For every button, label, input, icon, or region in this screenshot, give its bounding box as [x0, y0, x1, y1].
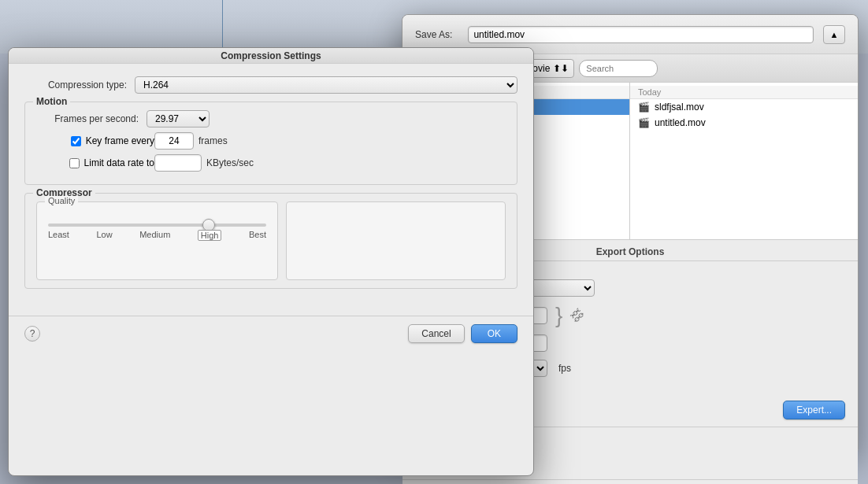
- compression-type-select[interactable]: H.264: [135, 76, 517, 94]
- compression-type-label: Compression type:: [24, 79, 135, 91]
- filename-input[interactable]: [468, 26, 814, 43]
- list-item[interactable]: 🎬 untitled.mov: [630, 115, 858, 131]
- limit-checkbox[interactable]: [69, 158, 80, 168]
- kbytes-label: KBytes/sec: [206, 157, 254, 168]
- right-compressor-box: [286, 201, 506, 280]
- compression-dialog: Compression Settings Compression type: H…: [8, 47, 534, 476]
- quality-best: Best: [249, 230, 266, 241]
- keyframe-label: Key frame every: [86, 135, 154, 146]
- quality-slider-container: Least Low Medium High Best: [48, 218, 266, 241]
- vertical-line: [222, 0, 223, 49]
- right-header: Today: [630, 86, 858, 99]
- frames-label: frames: [198, 135, 228, 146]
- compression-title: Compression Settings: [221, 50, 321, 61]
- link-chain-icon: ⛓: [567, 306, 586, 325]
- quality-high: High: [198, 230, 222, 241]
- fps-select[interactable]: 29.97: [147, 110, 210, 127]
- fps-row: Frames per second: 29.97: [36, 110, 506, 127]
- file-icon: 🎬: [638, 102, 650, 113]
- compression-footer: ? Cancel OK: [9, 316, 533, 351]
- brace-icon: }: [555, 305, 562, 327]
- help-button[interactable]: ?: [24, 326, 40, 342]
- limit-label: Limit data rate to: [84, 157, 154, 168]
- quality-least: Least: [48, 230, 69, 241]
- quality-slider[interactable]: [48, 224, 266, 227]
- compression-ok-button[interactable]: OK: [471, 324, 517, 343]
- compressor-group: Compressor Quality Least Low Medium High…: [24, 193, 517, 289]
- keyframe-checkbox[interactable]: [71, 136, 81, 146]
- datarate-row: Limit data rate to KBytes/sec: [36, 154, 506, 172]
- compression-type-row: Compression type: H.264: [24, 76, 517, 94]
- keyframe-input[interactable]: [154, 132, 194, 150]
- quality-labels: Least Low Medium High Best: [48, 230, 266, 241]
- list-item[interactable]: 🎬 sldfjsal.mov: [630, 99, 858, 115]
- quality-medium: Medium: [139, 230, 170, 241]
- file-list-right: Today 🎬 sldfjsal.mov 🎬 untitled.mov: [630, 83, 858, 239]
- quality-low: Low: [96, 230, 112, 241]
- footer-buttons: Cancel OK: [408, 324, 517, 343]
- folder-dropdown-icon: ⬆⬇: [553, 63, 569, 74]
- datarate-input[interactable]: [154, 154, 202, 172]
- quality-box: Quality Least Low Medium High Best: [36, 201, 278, 280]
- motion-legend: Motion: [33, 96, 70, 107]
- quality-legend: Quality: [45, 196, 78, 205]
- expert-button[interactable]: Expert...: [783, 401, 845, 419]
- save-dialog-footer: Cancel OK: [402, 479, 858, 484]
- fps-label: fps: [558, 363, 571, 374]
- compression-titlebar: Compression Settings: [9, 48, 533, 64]
- search-input[interactable]: [579, 60, 658, 77]
- file-icon: 🎬: [638, 117, 650, 128]
- save-as-label: Save As:: [415, 29, 452, 40]
- compression-cancel-button[interactable]: Cancel: [408, 324, 464, 343]
- compression-body: Compression type: H.264 Motion Frames pe…: [9, 64, 533, 309]
- fps-label: Frames per second:: [36, 113, 147, 124]
- keyframe-row: Key frame every frames: [36, 132, 506, 150]
- expand-button[interactable]: ▲: [823, 25, 845, 44]
- motion-group: Motion Frames per second: 29.97 Key fram…: [24, 102, 517, 185]
